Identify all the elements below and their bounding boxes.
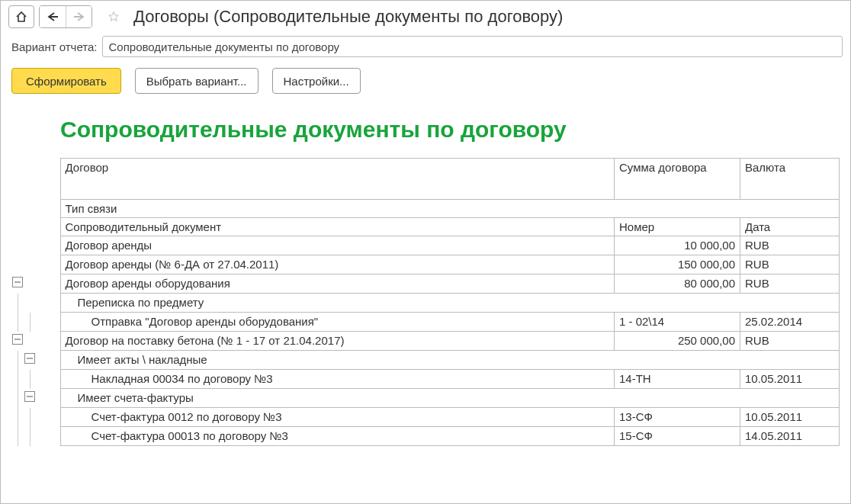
cell-document: Счет-фактура 00013 по договору №3 (60, 427, 615, 446)
cell-currency: RUB (740, 236, 840, 255)
cell-sum: 250 000,00 (615, 332, 740, 351)
cell-currency: RUB (740, 255, 840, 274)
tree-collapse-icon[interactable] (24, 353, 35, 364)
cell-date: 14.05.2011 (740, 427, 840, 446)
cell-link-type: Переписка по предмету (60, 294, 840, 313)
cell-currency: RUB (740, 274, 840, 294)
cell-date: 10.05.2011 (740, 370, 840, 389)
cell-number: 1 - 02\14 (615, 313, 740, 332)
cell-contract: Договор аренды (№ 6-ДА от 27.04.2011) (60, 255, 615, 274)
table-row: Отправка "Договор аренды оборудования"1 … (11, 313, 840, 332)
table-row: Имеет счета-фактуры (11, 389, 840, 408)
table-row: Счет-фактура 0012 по договору №313-СФ10.… (11, 408, 840, 427)
actions-row: Сформировать Выбрать вариант... Настройк… (1, 62, 850, 101)
table-row: Договор на поставку бетона (№ 1 - 17 от … (11, 332, 840, 351)
table-row: Договор аренды оборудования80 000,00RUB (11, 274, 840, 294)
cell-document: Счет-фактура 0012 по договору №3 (60, 408, 615, 427)
cell-document: Отправка "Договор аренды оборудования" (60, 313, 615, 332)
arrow-left-icon (46, 11, 59, 22)
choose-variant-button[interactable]: Выбрать вариант... (135, 68, 259, 94)
cell-sum: 150 000,00 (615, 255, 740, 274)
table-row: Имеет акты \ накладные (11, 351, 840, 370)
variant-label: Вариант отчета: (11, 40, 98, 53)
col-header-doc: Сопроводительный документ (60, 218, 615, 236)
arrow-right-icon (72, 11, 86, 22)
cell-link-type: Имеет счета-фактуры (60, 389, 840, 408)
cell-number: 14-ТН (615, 370, 740, 389)
cell-number: 13-СФ (615, 408, 740, 427)
page-title: Договоры (Сопроводительные документы по … (133, 7, 563, 27)
nav-group (39, 5, 92, 28)
report-table: Сопроводительные документы по договору Д… (11, 101, 840, 446)
variant-input[interactable] (102, 36, 843, 57)
cell-contract: Договор аренды (60, 236, 615, 255)
report-area: Сопроводительные документы по договору Д… (1, 101, 850, 446)
col-header-contract: Договор (60, 159, 615, 200)
col-header-currency: Валюта (740, 159, 840, 200)
table-row: Счет-фактура 00013 по договору №315-СФ14… (11, 427, 840, 446)
cell-currency: RUB (740, 332, 840, 351)
generate-button[interactable]: Сформировать (11, 68, 121, 94)
cell-sum: 10 000,00 (615, 236, 740, 255)
col-header-link-type: Тип связи (60, 200, 840, 218)
cell-document: Накладная 00034 по договору №3 (60, 370, 615, 389)
tree-collapse-icon[interactable] (12, 277, 23, 287)
topbar: Договоры (Сопроводительные документы по … (1, 1, 850, 31)
home-icon (15, 11, 27, 23)
star-icon (108, 8, 120, 25)
cell-contract: Договор на поставку бетона (№ 1 - 17 от … (60, 332, 615, 351)
col-header-sum: Сумма договора (615, 159, 740, 200)
nav-back-button[interactable] (40, 6, 66, 27)
report-title: Сопроводительные документы по договору (60, 117, 840, 143)
table-row: Договор аренды (№ 6-ДА от 27.04.2011)150… (11, 255, 840, 274)
table-row: Договор аренды10 000,00RUB (11, 236, 840, 255)
cell-date: 25.02.2014 (740, 313, 840, 332)
favorite-button[interactable] (103, 6, 124, 27)
cell-contract: Договор аренды оборудования (60, 274, 615, 294)
settings-button[interactable]: Настройки... (272, 68, 361, 94)
cell-number: 15-СФ (615, 427, 740, 446)
nav-forward-button[interactable] (66, 6, 92, 27)
cell-link-type: Имеет акты \ накладные (60, 351, 840, 370)
col-header-number: Номер (615, 218, 740, 236)
table-row: Переписка по предмету (11, 294, 840, 313)
variant-row: Вариант отчета: (1, 31, 850, 62)
table-row: Накладная 00034 по договору №314-ТН10.05… (11, 370, 840, 389)
cell-sum: 80 000,00 (615, 274, 740, 294)
home-button[interactable] (8, 5, 34, 28)
tree-collapse-icon[interactable] (12, 334, 23, 345)
tree-collapse-icon[interactable] (24, 391, 35, 402)
cell-date: 10.05.2011 (740, 408, 840, 427)
col-header-date: Дата (740, 218, 840, 236)
